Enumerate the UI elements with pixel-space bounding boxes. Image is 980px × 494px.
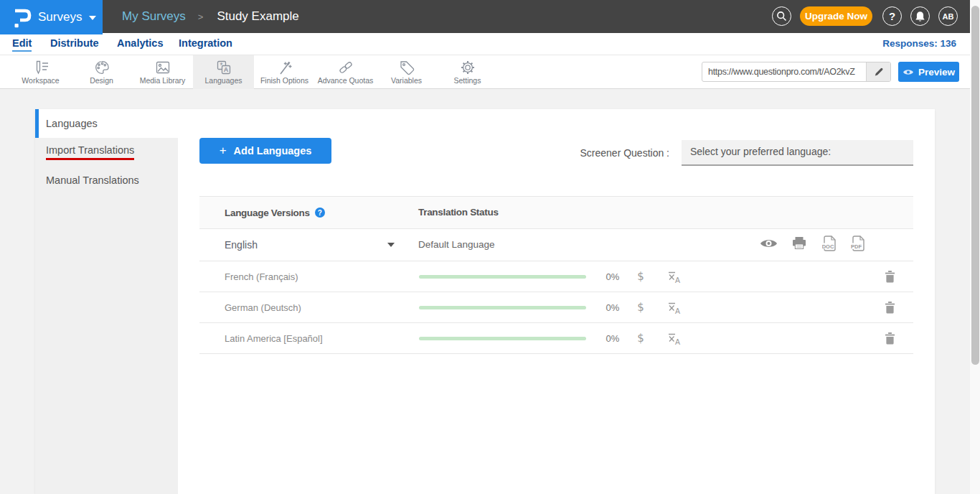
media-library-icon: [155, 60, 171, 75]
table-header: Language Versions ? Translation Status: [199, 196, 913, 229]
paid-translation-button[interactable]: $: [632, 292, 649, 323]
translate-icon: A: [667, 271, 682, 284]
toolbar-item-advance-quotas[interactable]: Advance Quotas: [315, 55, 376, 89]
screener-question-select[interactable]: Select your preferred language:: [682, 140, 913, 166]
translation-progress-value: 0%: [601, 261, 624, 292]
breadcrumb-my-surveys[interactable]: My Surveys: [122, 9, 186, 24]
variables-icon: [399, 60, 415, 75]
toolbar-item-variables[interactable]: Variables: [376, 55, 437, 89]
translation-progress-value: 0%: [601, 292, 624, 323]
plus-icon: +: [220, 144, 227, 158]
panel-content: + Add Languages Screener Question : Sele…: [178, 109, 935, 494]
table-row-language: German (Deutsch) 0% $ A: [199, 292, 913, 323]
avatar[interactable]: AB: [938, 6, 958, 26]
settings-icon: [460, 60, 476, 75]
search-icon: [776, 11, 787, 22]
preview-eye-button[interactable]: [760, 238, 778, 252]
survey-nav: Edit Distribute Analytics Integration Re…: [0, 33, 980, 55]
chevron-down-icon: [89, 16, 96, 20]
language-name: Latin America [Español]: [225, 323, 323, 354]
paid-translation-button[interactable]: $: [632, 261, 649, 292]
table-row-language: Latin America [Español] 0% $ A: [199, 323, 913, 354]
screener-question-label: Screener Question :: [580, 140, 669, 166]
translation-progress-value: 0%: [601, 323, 624, 354]
translation-progress-bar: [419, 275, 586, 279]
search-button[interactable]: [772, 6, 791, 26]
export-doc-button[interactable]: DOC: [822, 236, 837, 255]
default-language-name[interactable]: English: [225, 229, 258, 261]
sidebar-item-import-translations[interactable]: Import Translations: [35, 138, 178, 166]
toolbar-item-languages[interactable]: * A Languages: [193, 55, 254, 89]
toolbar-item-settings[interactable]: Settings: [437, 55, 498, 89]
design-icon: [94, 60, 110, 75]
caret-down-icon[interactable]: [387, 243, 395, 247]
eye-icon: [760, 238, 778, 249]
printer-icon: [792, 237, 806, 251]
translate-button[interactable]: A: [667, 332, 682, 348]
trash-icon: [885, 302, 895, 314]
svg-text:A: A: [675, 337, 680, 346]
help-button[interactable]: ?: [882, 6, 902, 26]
print-button[interactable]: [792, 237, 806, 253]
notifications-button[interactable]: [910, 6, 930, 26]
translation-progress-bar: [419, 337, 586, 340]
language-name: German (Deutsch): [225, 292, 301, 323]
breadcrumb: My Surveys > Study Example: [122, 0, 299, 33]
table-row-language: French (Français) 0% $ A: [199, 261, 913, 292]
help-tooltip-icon[interactable]: ?: [315, 208, 325, 218]
toolbar-item-finish-options[interactable]: Finish Options: [254, 55, 315, 89]
language-name: French (Français): [225, 261, 298, 292]
table-row-default-language: English Default Language DOC PDF: [199, 229, 913, 261]
product-switcher[interactable]: Surveys: [0, 0, 103, 34]
breadcrumb-separator: >: [198, 11, 204, 22]
survey-url-box: https://www.questionpro.com/t/AO2kvZ: [702, 62, 891, 82]
paid-translation-button[interactable]: $: [632, 323, 649, 354]
svg-text:A: A: [675, 276, 680, 284]
pencil-icon: [874, 67, 884, 77]
toolbar-item-media-library[interactable]: Media Library: [132, 55, 193, 89]
survey-url-input[interactable]: https://www.questionpro.com/t/AO2kvZ: [702, 62, 866, 81]
toolbar-item-design[interactable]: Design: [71, 55, 132, 89]
languages-panel: Languages Import Translations Manual Tra…: [35, 109, 935, 494]
export-pdf-button[interactable]: PDF: [851, 236, 866, 255]
questionpro-logo-icon: [11, 6, 32, 29]
tab-analytics[interactable]: Analytics: [117, 35, 163, 52]
advance-quotas-icon: [338, 60, 354, 75]
tab-edit[interactable]: Edit: [12, 35, 32, 52]
pdf-file-icon: PDF: [851, 236, 866, 252]
translate-icon: A: [667, 332, 682, 345]
edit-url-button[interactable]: [866, 62, 890, 81]
translate-icon: A: [667, 302, 682, 314]
translation-progress-bar: [419, 306, 586, 309]
delete-language-button[interactable]: [885, 271, 895, 286]
top-header: My Surveys > Study Example Upgrade Now ?…: [0, 0, 980, 33]
translate-button[interactable]: A: [667, 302, 682, 317]
tab-integration[interactable]: Integration: [179, 35, 232, 52]
scrollbar-thumb[interactable]: [971, 6, 979, 365]
svg-text:A: A: [223, 66, 228, 73]
product-label: Surveys: [38, 10, 82, 24]
svg-text:PDF: PDF: [851, 243, 862, 250]
svg-text:DOC: DOC: [822, 243, 834, 250]
tab-distribute[interactable]: Distribute: [50, 35, 99, 52]
workspace-icon: [33, 60, 49, 75]
upgrade-now-button[interactable]: Upgrade Now: [800, 6, 872, 26]
edit-toolbar: Workspace Design Media Library * A Langu…: [0, 55, 980, 89]
trash-icon: [885, 332, 895, 345]
languages-table: Language Versions ? Translation Status E…: [199, 196, 913, 354]
preview-button[interactable]: Preview: [898, 62, 959, 82]
toolbar-item-workspace[interactable]: Workspace: [10, 55, 71, 89]
add-languages-button[interactable]: + Add Languages: [199, 138, 331, 164]
eye-icon: [903, 68, 914, 76]
delete-language-button[interactable]: [885, 332, 895, 348]
delete-language-button[interactable]: [885, 302, 895, 317]
translate-button[interactable]: A: [667, 271, 682, 286]
page-scrollbar[interactable]: [970, 0, 980, 494]
sidebar-item-languages[interactable]: Languages: [35, 109, 178, 138]
bell-icon: [915, 11, 925, 22]
column-language-versions: Language Versions ?: [225, 197, 325, 228]
languages-icon: * A: [216, 60, 232, 75]
breadcrumb-survey-name: Study Example: [217, 9, 298, 24]
responses-count[interactable]: Responses: 136: [882, 33, 956, 55]
sidebar-item-manual-translations[interactable]: Manual Translations: [35, 166, 178, 194]
